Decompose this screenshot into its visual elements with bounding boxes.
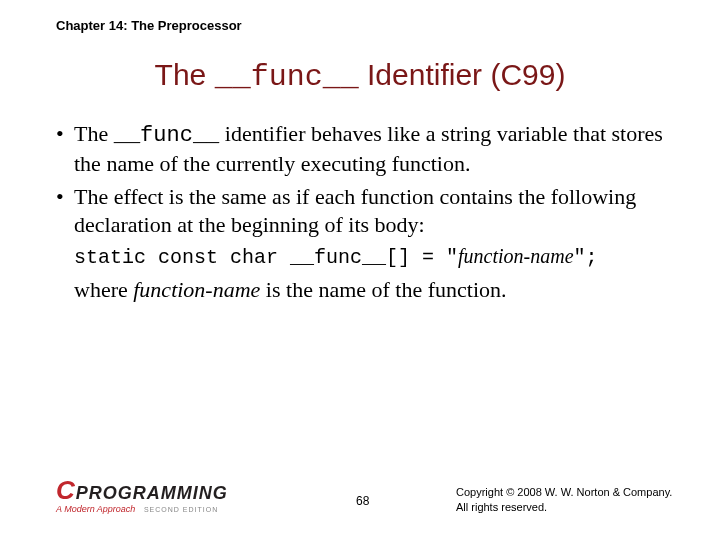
title-code: __func__ (215, 60, 359, 94)
code-ital: function-name (458, 245, 574, 267)
chapter-label: Chapter 14: The Preprocessor (56, 18, 242, 33)
code-declaration: static const char __func__[] = "function… (74, 244, 664, 270)
page-number: 68 (356, 494, 369, 508)
text-run-mono: __func__ (114, 123, 220, 148)
bullet-item: • The effect is the same as if each func… (56, 183, 664, 238)
copyright-line1: Copyright © 2008 W. W. Norton & Company. (456, 485, 672, 499)
slide-body: • The __func__ identifier behaves like a… (56, 120, 664, 304)
logo-edition: SECOND EDITION (144, 506, 218, 513)
logo-sub-text: A Modern Approach (56, 504, 135, 514)
logo-top: C PROGRAMMING (56, 475, 228, 506)
bullet-dot: • (56, 183, 74, 238)
bullet-item: • The __func__ identifier behaves like a… (56, 120, 664, 177)
bullet-dot: • (56, 120, 74, 177)
after-text: where function-name is the name of the f… (74, 276, 664, 304)
after-ital: function-name (133, 277, 260, 302)
logo-programming: PROGRAMMING (76, 483, 228, 504)
bullet-text: The effect is the same as if each functi… (74, 183, 664, 238)
after-pre: where (74, 277, 133, 302)
text-run: The effect is the same as if each functi… (74, 184, 636, 237)
book-logo: C PROGRAMMING A Modern Approach SECOND E… (56, 475, 228, 514)
code-pre: static const char __func__[] = " (74, 246, 458, 269)
slide: Chapter 14: The Preprocessor The __func_… (0, 0, 720, 540)
text-run: The (74, 121, 114, 146)
bullet-text: The __func__ identifier behaves like a s… (74, 120, 664, 177)
slide-title: The __func__ Identifier (C99) (0, 58, 720, 94)
title-post: Identifier (C99) (359, 58, 566, 91)
copyright: Copyright © 2008 W. W. Norton & Company.… (456, 485, 672, 514)
after-post: is the name of the function. (260, 277, 506, 302)
title-pre: The (155, 58, 215, 91)
code-post: "; (574, 246, 598, 269)
copyright-line2: All rights reserved. (456, 500, 672, 514)
footer: C PROGRAMMING A Modern Approach SECOND E… (56, 472, 680, 520)
logo-c: C (56, 475, 74, 506)
logo-subtitle: A Modern Approach SECOND EDITION (56, 504, 228, 514)
